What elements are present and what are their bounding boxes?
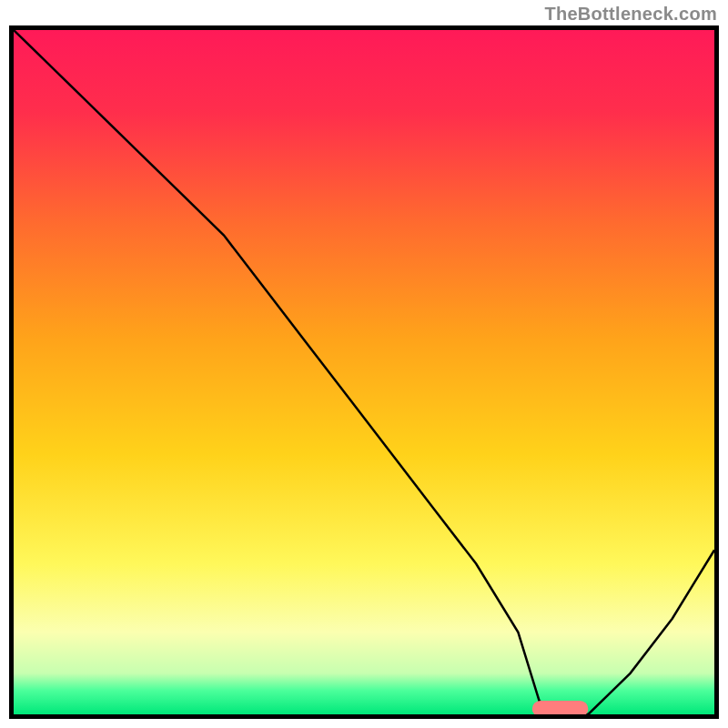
chart-frame xyxy=(9,25,719,719)
chart-svg xyxy=(14,30,714,714)
optimal-range-marker xyxy=(532,701,589,714)
watermark-text: TheBottleneck.com xyxy=(544,4,717,25)
